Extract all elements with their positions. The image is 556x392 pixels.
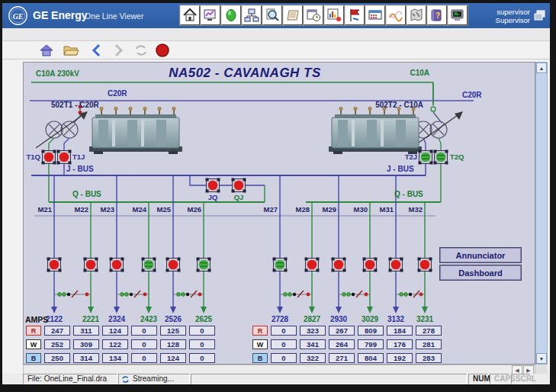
zoom-search-icon[interactable] xyxy=(262,5,282,25)
nav-open-folder-icon[interactable] xyxy=(62,43,80,58)
position-label-m30: M30 xyxy=(346,205,368,214)
amps-value: 281 xyxy=(416,339,442,349)
app-title: One Line Viewer xyxy=(85,11,143,21)
amps-value: 341 xyxy=(300,339,326,349)
breaker-feeder-2625[interactable] xyxy=(197,258,211,272)
amps-value: 267 xyxy=(329,326,355,336)
bus-label-c20r-right: C20R xyxy=(462,91,482,99)
nav-forward-icon[interactable] xyxy=(109,43,127,58)
window-frame: GE GE Energy One Line Viewer ? superviso… xyxy=(0,0,556,392)
menu-band xyxy=(2,28,550,41)
status-streaming: Streaming... xyxy=(118,374,190,384)
phase-badge-r: R xyxy=(252,326,268,336)
breaker-t2j[interactable] xyxy=(419,150,433,165)
amps-value: 799 xyxy=(358,339,384,349)
dashboard-button[interactable]: Dashboard xyxy=(440,265,521,280)
brand-name: GE Energy xyxy=(33,9,88,21)
transformer-t1-image xyxy=(89,107,182,154)
t2j-lead xyxy=(423,138,426,151)
amps-left-row-w: W 25230912201280 xyxy=(26,339,215,349)
chart-viewer-icon[interactable] xyxy=(324,5,344,25)
data-grid-icon[interactable] xyxy=(365,5,385,25)
user-role: Supervisor xyxy=(496,16,530,24)
amps-value: 309 xyxy=(73,339,99,349)
circuit-id-2324: 2324 xyxy=(100,315,133,323)
amps-value: 124 xyxy=(102,326,128,336)
breaker-t2q[interactable] xyxy=(434,150,448,165)
nav-back-icon[interactable] xyxy=(88,43,106,58)
amps-left-row-r: R 24731112401250 xyxy=(26,326,215,336)
scroll-up-icon[interactable]: ▲ xyxy=(536,63,547,73)
q-bus-label-right: Q - BUS xyxy=(394,190,423,198)
breaker-feeder-2122[interactable] xyxy=(47,258,62,272)
breaker-feeder-2930[interactable] xyxy=(332,258,346,272)
t2-winding-symbol xyxy=(415,121,447,138)
phase-badge-b: B xyxy=(252,353,268,363)
breaker-feeder-3231[interactable] xyxy=(418,258,432,272)
breaker-label-qj: QJ xyxy=(230,193,248,201)
q-feeder-lines xyxy=(91,202,425,307)
breaker-jq[interactable] xyxy=(206,178,220,193)
breaker-label-t2j: T2J xyxy=(397,153,417,161)
session-switch-icon[interactable] xyxy=(534,10,546,24)
position-label-m23: M23 xyxy=(93,205,114,214)
annunciator-button[interactable]: Annunciator xyxy=(440,248,521,262)
position-label-m24: M24 xyxy=(125,205,146,214)
breaker-feeder-2221[interactable] xyxy=(84,258,98,272)
breaker-qj[interactable] xyxy=(232,178,246,193)
breaker-feeder-2827[interactable] xyxy=(305,258,320,272)
circuit-id-2526: 2526 xyxy=(156,315,190,323)
amps-value: 278 xyxy=(416,326,442,336)
amps-value: 0 xyxy=(271,326,297,336)
nav-stop-icon[interactable] xyxy=(153,43,172,58)
position-label-m29: M29 xyxy=(315,205,336,214)
breaker-label-t2q: T2Q xyxy=(450,153,464,161)
breaker-feeder-2324[interactable] xyxy=(110,258,124,272)
help-book-icon[interactable]: ? xyxy=(427,5,447,25)
amps-value: 0 xyxy=(189,353,215,363)
breaker-t1j[interactable] xyxy=(57,150,72,165)
transformer-t2-label: 502T2 - C10A xyxy=(355,101,423,109)
amps-value: 0 xyxy=(131,339,157,349)
home-icon[interactable] xyxy=(180,5,200,25)
breaker-t1q[interactable] xyxy=(42,150,56,165)
scroll-lock-indicator: SCRL xyxy=(511,374,531,384)
breaker-feeder-3029[interactable] xyxy=(363,258,378,272)
breaker-feeder-3132[interactable] xyxy=(389,258,403,272)
amps-value: 322 xyxy=(300,353,326,363)
bus-label-c20r-left: C20R xyxy=(108,89,127,98)
event-painter-icon[interactable] xyxy=(345,5,365,25)
position-label-m28: M28 xyxy=(288,205,310,214)
circuit-id-2728: 2728 xyxy=(263,315,297,323)
amps-header: AMPS xyxy=(25,315,48,324)
status-spacer xyxy=(191,374,467,384)
trend-curves-icon[interactable] xyxy=(386,5,406,25)
map-view-icon[interactable] xyxy=(407,5,426,25)
amps-value: 134 xyxy=(102,353,128,363)
vertical-scrollbar[interactable]: ▲ ▼ xyxy=(535,62,548,365)
amps-value: 311 xyxy=(73,326,99,336)
network-explorer-icon[interactable] xyxy=(242,5,262,25)
breaker-feeder-2526[interactable] xyxy=(166,258,181,272)
breaker-feeder-2423[interactable] xyxy=(142,258,156,272)
scroll-down-icon[interactable]: ▼ xyxy=(536,353,547,364)
circuit-id-3231: 3231 xyxy=(408,315,442,323)
status-indicator-icon[interactable] xyxy=(221,5,241,25)
nav-home-icon[interactable] xyxy=(37,43,56,58)
nav-refresh-icon[interactable] xyxy=(132,43,150,58)
t2q-lead xyxy=(439,138,441,151)
j-bus-label-left: J - BUS xyxy=(66,165,94,173)
num-lock-indicator: NUM xyxy=(468,374,488,384)
console-icon[interactable] xyxy=(448,5,468,25)
amps-left-row-b: B 25031413401240 xyxy=(26,353,215,363)
amps-right-row-w: W 0341264799176281 xyxy=(252,339,442,349)
amps-value: 184 xyxy=(387,326,413,336)
breaker-label-t1q: T1Q xyxy=(24,153,40,161)
t1-tap-arrow xyxy=(36,111,88,148)
amps-value: 192 xyxy=(387,353,413,363)
display-settings-icon[interactable] xyxy=(201,5,220,25)
reports-icon[interactable] xyxy=(283,5,303,25)
bus-label-c10a-right: C10A xyxy=(400,69,429,77)
breaker-feeder-2728[interactable] xyxy=(273,258,288,272)
scheduler-icon[interactable] xyxy=(304,5,323,25)
